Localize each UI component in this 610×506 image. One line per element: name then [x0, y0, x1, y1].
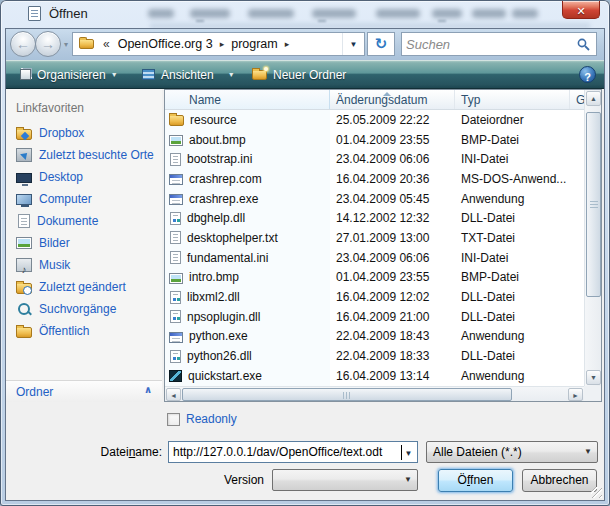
music-icon: ♪ — [16, 258, 32, 272]
scroll-left-icon: ◄ — [167, 389, 180, 402]
scroll-down-button[interactable]: ▼ — [586, 370, 601, 385]
breadcrumb-item[interactable]: program — [231, 37, 278, 51]
dropdown-icon: ▼ — [584, 442, 592, 462]
table-row[interactable]: crashrep.com 16.04.2009 20:36 MS-DOS-Anw… — [165, 169, 584, 189]
table-row[interactable]: dbghelp.dll 14.12.2002 12:32 DLL-Datei — [165, 208, 584, 228]
dialog-footer: Readonly Dateiname: http://127.0.0.1/dav… — [6, 402, 604, 500]
filename-label: Dateiname: — [66, 445, 162, 459]
readonly-row: Readonly — [167, 412, 237, 426]
filetype-combobox[interactable]: Alle Dateien (*.*) ▼ — [426, 441, 598, 463]
forward-button[interactable]: → — [35, 31, 61, 57]
application-file-icon — [169, 332, 183, 343]
recently-changed-icon — [16, 283, 32, 294]
scroll-up-icon: ▲ — [587, 92, 600, 105]
breadcrumb[interactable]: « OpenOffice.org 3 ▸ program ▸ ▼ — [72, 32, 365, 56]
vertical-scroll-thumb[interactable] — [586, 112, 601, 297]
scroll-right-icon: ► — [569, 389, 582, 402]
open-dialog: Öffnen ✕ ← → ▾ « OpenOffice.org 3 ▸ prog… — [0, 0, 610, 506]
sidebar-item-dropbox[interactable]: Dropbox — [10, 123, 158, 143]
organize-button[interactable]: Organisieren ▼ — [12, 63, 126, 86]
close-button[interactable]: ✕ — [562, 1, 600, 19]
table-row[interactable]: desktophelper.txt 27.01.2009 13:00 TXT-D… — [165, 228, 584, 248]
sidebar-item-recently-changed[interactable]: Zuletzt geändert — [10, 277, 158, 297]
organize-label: Organisieren — [37, 68, 106, 82]
breadcrumb-folder-icon — [79, 39, 94, 49]
sidebar-item-desktop[interactable]: Desktop — [10, 167, 158, 187]
content-area: Linkfavoriten Dropbox Zuletzt besuchte O… — [6, 89, 604, 402]
sidebar-item-music[interactable]: ♪ Musik — [10, 255, 158, 275]
table-row[interactable]: about.bmp 01.04.2009 23:55 BMP-Datei — [165, 130, 584, 150]
table-row[interactable]: intro.bmp 01.04.2009 23:55 BMP-Datei — [165, 268, 584, 288]
filename-value: http://127.0.0.1/dav/OpenOffice/text.odt — [173, 445, 382, 459]
horizontal-scrollbar[interactable]: ◄ ► — [165, 386, 584, 401]
breadcrumb-item[interactable]: OpenOffice.org 3 — [118, 37, 213, 51]
back-icon: ← — [16, 36, 30, 52]
address-dropdown-button[interactable]: ▼ — [342, 33, 364, 55]
table-row[interactable]: bootstrap.ini 23.04.2009 06:06 INI-Datei — [165, 149, 584, 169]
sidebar-item-recent-places[interactable]: Zuletzt besuchte Orte — [10, 145, 158, 165]
table-row[interactable]: quickstart.exe 16.04.2009 13:14 Anwendun… — [165, 366, 584, 386]
column-header-name[interactable]: Name — [165, 90, 330, 109]
table-row[interactable]: npsoplugin.dll 16.04.2009 21:00 DLL-Date… — [165, 307, 584, 327]
file-list: Name Änderungsdatum Typ G resource 25.05… — [164, 89, 602, 402]
help-icon: ? — [584, 71, 591, 83]
table-row[interactable]: fundamental.ini 23.04.2009 06:06 INI-Dat… — [165, 248, 584, 268]
cancel-button[interactable]: Abbrechen — [522, 469, 597, 492]
background-blur-underline — [196, 20, 204, 22]
views-label: Ansichten — [161, 68, 214, 82]
breadcrumb-separator-icon[interactable]: ▸ — [220, 39, 225, 49]
scroll-left-button[interactable]: ◄ — [166, 388, 181, 401]
background-blur-underline — [438, 20, 446, 22]
table-row[interactable]: resource 25.05.2009 22:22 Dateiordner — [165, 110, 584, 130]
text-file-icon — [170, 251, 181, 264]
column-header-type[interactable]: Typ — [455, 90, 570, 109]
thumb-grip — [343, 392, 350, 399]
column-header-date[interactable]: Änderungsdatum — [330, 90, 455, 109]
new-folder-button[interactable]: Neuer Ordner — [244, 63, 354, 86]
background-blur-blob — [432, 9, 462, 18]
collapse-chevron-icon: ∧ — [144, 384, 152, 395]
sidebar-item-searches[interactable]: Suchvorgänge — [10, 299, 158, 319]
views-button[interactable]: Ansichten ▼ — [134, 63, 243, 86]
scroll-right-button[interactable]: ► — [568, 388, 583, 401]
table-row[interactable]: crashrep.exe 23.04.2009 05:45 Anwendung — [165, 189, 584, 209]
filename-combobox[interactable]: http://127.0.0.1/dav/OpenOffice/text.odt… — [168, 441, 418, 463]
titlebar[interactable]: Öffnen ✕ — [0, 0, 610, 28]
table-row[interactable]: python.exe 22.04.2009 18:43 Anwendung — [165, 327, 584, 347]
sort-ascending-icon — [383, 92, 391, 96]
background-blur-blob — [376, 9, 420, 18]
table-row[interactable]: libxml2.dll 16.04.2009 12:02 DLL-Datei — [165, 287, 584, 307]
background-blur-blob — [148, 9, 174, 18]
breadcrumb-separator-icon[interactable]: ▸ — [285, 39, 290, 49]
public-folder-icon — [16, 327, 32, 338]
new-folder-icon — [252, 70, 267, 80]
open-button[interactable]: Öffnen — [438, 469, 513, 492]
folders-expander[interactable]: Ordner ∧ — [6, 380, 162, 402]
breadcrumb-overflow[interactable]: « — [103, 37, 110, 51]
dll-file-icon — [170, 212, 181, 225]
search-input[interactable] — [404, 34, 572, 54]
horizontal-scroll-thumb[interactable] — [182, 388, 512, 401]
column-header-size[interactable]: G — [570, 90, 584, 109]
back-button[interactable]: ← — [10, 31, 36, 57]
forward-icon: → — [41, 36, 55, 52]
sidebar-item-computer[interactable]: Computer — [10, 189, 158, 209]
vertical-scrollbar[interactable]: ▲ ▼ — [584, 90, 601, 386]
sidebar-item-pictures[interactable]: Bilder — [10, 233, 158, 253]
refresh-button[interactable]: ↻ — [367, 32, 395, 56]
scroll-down-icon: ▼ — [587, 371, 600, 384]
table-row[interactable]: python26.dll 22.04.2009 18:33 DLL-Datei — [165, 346, 584, 366]
text-file-icon — [170, 153, 181, 166]
resize-grip[interactable] — [591, 487, 602, 498]
nav-history-chevron-icon[interactable]: ▾ — [64, 40, 68, 49]
version-combobox[interactable]: ▼ — [272, 469, 418, 491]
filename-dropdown-button[interactable]: ▼ — [400, 442, 417, 462]
readonly-checkbox[interactable] — [167, 413, 180, 426]
sidebar-item-documents[interactable]: Dokumente — [10, 211, 158, 231]
dropbox-folder-icon — [16, 129, 32, 140]
new-folder-label: Neuer Ordner — [273, 68, 346, 82]
background-blur-blob — [248, 9, 294, 18]
sidebar-item-public[interactable]: Öffentlich — [10, 321, 158, 341]
help-button[interactable]: ? — [579, 66, 596, 83]
scroll-up-button[interactable]: ▲ — [586, 91, 601, 106]
